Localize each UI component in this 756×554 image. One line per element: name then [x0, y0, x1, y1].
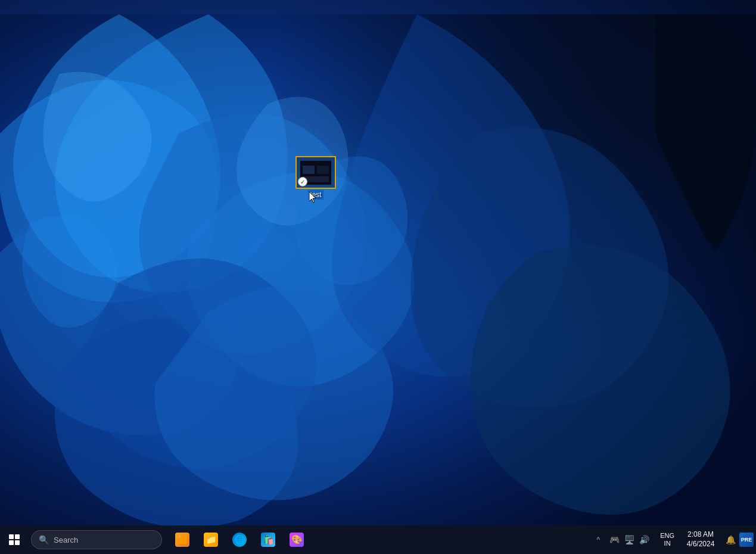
monitor-icon[interactable]: 🖥️: [623, 534, 636, 546]
desktop-icon-name: test: [308, 190, 323, 200]
extras-label: PRE: [741, 537, 752, 543]
desktop-icon-check-mark: ✓: [298, 177, 307, 186]
system-tray: ^ 🎮 🖥️ 🔊 ENG IN 2:08 AM 4/6/2024: [595, 530, 756, 549]
clock-time: 2:08 AM: [687, 530, 714, 540]
search-label: Search: [54, 536, 78, 544]
wallpaper: [0, 0, 756, 554]
taskbar-app-paint[interactable]: 🎨: [284, 527, 310, 553]
extras-tray-icon[interactable]: PRE: [739, 533, 754, 547]
taskbar-app-widgets[interactable]: 🟧: [169, 527, 195, 553]
windows-logo-icon: [9, 534, 20, 545]
volume-icon[interactable]: 🔊: [638, 534, 651, 546]
search-icon: 🔍: [39, 535, 49, 544]
taskbar: 🔍 Search 🟧 📁 🌐 🛍️ 🎨: [0, 525, 756, 554]
taskbar-pinned-apps: 🟧 📁 🌐 🛍️ 🎨: [169, 527, 310, 553]
language-indicator[interactable]: ENG IN: [657, 532, 678, 547]
taskbar-app-edge[interactable]: 🌐: [226, 527, 253, 553]
desktop-icon-thumbnail-box: ✓: [295, 156, 336, 189]
desktop: ✓ test 🔍 Search 🟧: [0, 0, 756, 554]
store-icon: 🛍️: [261, 533, 275, 547]
clock-date: 4/6/2024: [687, 540, 715, 549]
tray-icons-area: 🎮 🖥️ 🔊: [603, 534, 655, 546]
widgets-icon: 🟧: [175, 533, 189, 547]
language-primary: ENG: [660, 532, 674, 540]
notification-icon[interactable]: 🔔: [723, 535, 738, 544]
taskbar-app-store[interactable]: 🛍️: [255, 527, 281, 553]
taskbar-search-bar[interactable]: 🔍 Search: [31, 530, 162, 549]
tray-overflow-button[interactable]: ^: [595, 536, 603, 544]
svg-rect-3: [303, 166, 315, 174]
file-explorer-icon: 📁: [204, 533, 218, 547]
svg-rect-4: [317, 166, 329, 174]
edge-icon: 🌐: [232, 533, 247, 547]
taskbar-app-file-explorer[interactable]: 📁: [198, 527, 224, 553]
tray-app-icon[interactable]: 🎮: [608, 534, 621, 546]
paint-icon: 🎨: [290, 533, 304, 547]
start-button[interactable]: [0, 525, 29, 554]
clock-area[interactable]: 2:08 AM 4/6/2024: [679, 530, 722, 549]
language-secondary: IN: [664, 540, 671, 547]
desktop-icon-test[interactable]: ✓ test: [295, 156, 337, 200]
chevron-up-icon: ^: [597, 536, 601, 544]
